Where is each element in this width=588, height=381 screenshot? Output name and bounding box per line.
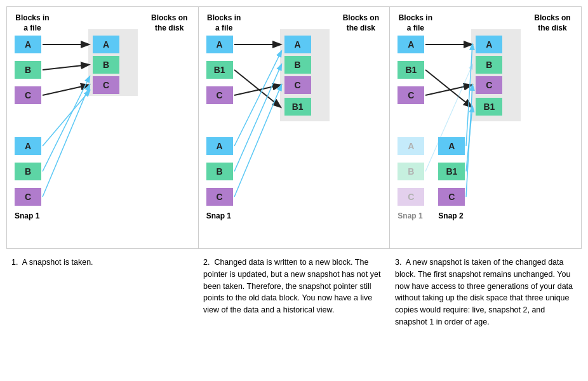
block-a-live-3: A	[398, 36, 424, 53]
snap1-label-3: Snap 1	[398, 211, 422, 220]
main-container: Blocks in a file Blocks on the disk A B …	[0, 0, 588, 337]
svg-line-14	[425, 85, 471, 95]
disk-c-3: C	[476, 76, 502, 94]
snap1-label-2: Snap 1	[206, 211, 231, 220]
block-c-live-2: C	[206, 86, 233, 104]
svg-line-13	[425, 70, 471, 107]
block-c-live-3: C	[398, 86, 424, 104]
snap-c-2: C	[206, 188, 233, 206]
block-a-live-1: A	[15, 36, 41, 53]
block-b1-live-2: B1	[206, 61, 233, 79]
diagram-inner-2: Blocks in a file Blocks on the disk A B1…	[204, 13, 385, 236]
block-a-live-2: A	[206, 36, 233, 53]
diagram-inner-3: Blocks in a file Blocks on the disk A B1…	[395, 13, 576, 236]
svg-line-1	[43, 65, 88, 70]
diagram-panel-1: Blocks in a file Blocks on the disk A B …	[7, 7, 199, 248]
disk-c-1: C	[93, 76, 119, 94]
desc-panel-2: 2. Changed data is written to a new bloc…	[198, 254, 390, 331]
desc-text-3: 3. A new snapshot is taken of the change…	[395, 257, 577, 328]
svg-line-5	[43, 85, 90, 197]
snap1-b-3: B	[398, 163, 424, 180]
snap1-label-1: Snap 1	[15, 211, 39, 220]
desc-text-1: 1. A snapshot is taken.	[11, 257, 193, 269]
block-c-live-1: C	[15, 86, 41, 104]
svg-line-10	[234, 65, 281, 171]
block-b-live-1: B	[15, 61, 41, 79]
diagram-panel-2: Blocks in a file Blocks on the disk A B1…	[199, 7, 391, 248]
desc-number-3: 3.	[395, 258, 401, 267]
svg-line-9	[234, 51, 281, 146]
svg-line-18	[425, 65, 472, 171]
disk-a-3: A	[476, 36, 502, 53]
desc-panel-1: 1. A snapshot is taken.	[6, 254, 198, 331]
svg-line-2	[43, 85, 88, 95]
col-right-title-1: Blocks on the disk	[147, 13, 192, 33]
snap-b-2: B	[206, 163, 233, 180]
disk-b1-2: B1	[284, 98, 311, 116]
disk-b-3: B	[476, 56, 502, 74]
disk-a-2: A	[284, 36, 311, 53]
disk-b-2: B	[284, 56, 311, 74]
disk-a-1: A	[93, 36, 119, 53]
disk-b1-3: B1	[476, 98, 502, 116]
snap-c-1: C	[15, 188, 41, 206]
snap2-c-3: C	[438, 188, 465, 206]
snap2-label-3: Snap 2	[438, 211, 463, 220]
snap-b-1: B	[15, 163, 41, 180]
svg-line-4	[43, 77, 90, 171]
svg-line-8	[234, 85, 280, 95]
snap-a-1: A	[15, 137, 41, 155]
snap-a-2: A	[206, 137, 233, 155]
col-right-title-2: Blocks on the disk	[338, 13, 383, 33]
disk-c-2: C	[284, 76, 311, 94]
col-left-title-2: Blocks in a file	[205, 13, 243, 33]
svg-line-3	[43, 91, 90, 146]
snap1-c-3: C	[398, 188, 424, 206]
col-left-title-1: Blocks in a file	[13, 13, 51, 33]
diagram-panel-3: Blocks in a file Blocks on the disk A B1…	[390, 7, 581, 248]
snap2-b1-3: B1	[438, 163, 465, 180]
descriptions-row: 1. A snapshot is taken. 2. Changed data …	[6, 249, 582, 331]
snap1-a-3: A	[398, 137, 424, 155]
svg-line-7	[234, 70, 280, 107]
svg-line-11	[234, 85, 281, 197]
desc-number-1: 1.	[11, 258, 18, 267]
col-left-title-3: Blocks in a file	[396, 13, 434, 33]
diagrams-row: Blocks in a file Blocks on the disk A B …	[6, 6, 582, 249]
desc-number-2: 2.	[203, 258, 210, 267]
snap2-a-3: A	[438, 137, 465, 155]
desc-panel-3: 3. A new snapshot is taken of the change…	[390, 254, 582, 331]
col-right-title-3: Blocks on the disk	[530, 13, 575, 33]
diagram-inner-1: Blocks in a file Blocks on the disk A B …	[12, 13, 193, 236]
disk-b-1: B	[93, 56, 119, 74]
desc-text-2: 2. Changed data is written to a new bloc…	[203, 257, 385, 316]
block-b1-live-3: B1	[398, 61, 424, 79]
